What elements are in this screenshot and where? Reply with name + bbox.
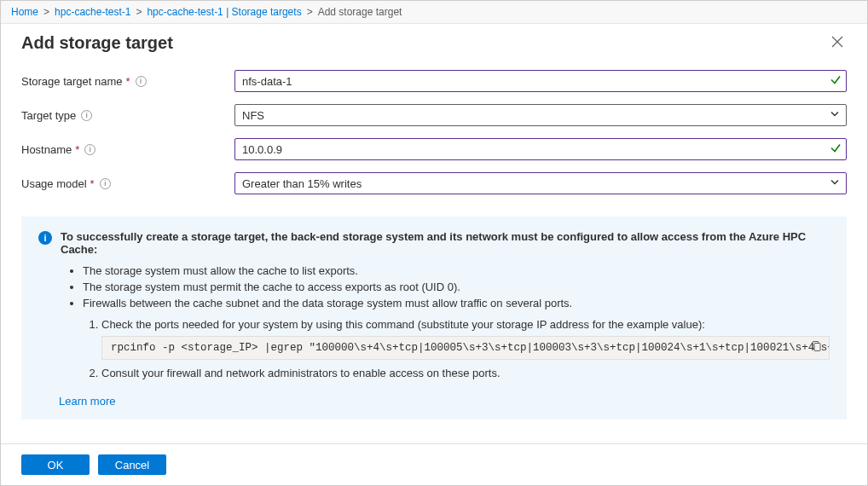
usage-model-value: Greater than 15% writes (242, 177, 362, 190)
close-icon[interactable] (828, 32, 847, 53)
info-icon[interactable]: i (84, 144, 95, 155)
target-type-value: NFS (242, 109, 264, 122)
breadcrumb-current: Add storage target (318, 6, 402, 18)
info-bullet: Firewalls between the cache subnet and t… (83, 297, 830, 310)
chevron-right-icon: > (136, 6, 142, 18)
info-title: To successfully create a storage target,… (61, 230, 830, 256)
code-text: rpcinfo -p <storage_IP> |egrep "100000\s… (111, 342, 830, 354)
label-usage-model: Usage model (21, 177, 87, 190)
info-icon[interactable]: i (136, 76, 147, 87)
code-block: rpcinfo -p <storage_IP> |egrep "100000\s… (101, 336, 830, 360)
breadcrumb-blade[interactable]: hpc-cache-test-1 | Storage targets (147, 6, 301, 18)
info-step: Consult your firewall and network admini… (101, 367, 830, 379)
storage-target-name-input[interactable] (234, 70, 847, 92)
learn-more-link[interactable]: Learn more (59, 395, 115, 408)
label-target-type: Target type (21, 109, 76, 122)
cancel-button[interactable]: Cancel (98, 454, 166, 475)
required-asterisk: * (90, 177, 95, 190)
info-panel: i To successfully create a storage targe… (21, 217, 847, 419)
breadcrumb-resource[interactable]: hpc-cache-test-1 (55, 6, 130, 18)
breadcrumb-home[interactable]: Home (11, 6, 38, 18)
info-icon[interactable]: i (100, 178, 111, 189)
info-bullet: The storage system must permit the cache… (83, 281, 830, 293)
usage-model-select[interactable]: Greater than 15% writes (234, 172, 847, 194)
svg-rect-1 (814, 344, 820, 351)
chevron-right-icon: > (307, 6, 313, 18)
ok-button[interactable]: OK (21, 454, 90, 475)
info-icon: i (38, 231, 52, 245)
label-hostname: Hostname (21, 143, 72, 156)
label-storage-target-name: Storage target name (21, 75, 123, 88)
hostname-input[interactable] (234, 138, 847, 160)
required-asterisk: * (75, 143, 79, 156)
target-type-select[interactable]: NFS (234, 104, 847, 126)
info-icon[interactable]: i (81, 110, 92, 121)
info-step: Check the ports needed for your system b… (101, 318, 830, 360)
chevron-right-icon: > (43, 6, 49, 18)
copy-icon[interactable] (810, 340, 822, 356)
page-title: Add storage target (21, 33, 828, 53)
breadcrumb: Home > hpc-cache-test-1 > hpc-cache-test… (1, 1, 867, 24)
info-step-text: Check the ports needed for your system b… (101, 318, 705, 331)
info-bullet: The storage system must allow the cache … (83, 264, 830, 277)
required-asterisk: * (126, 75, 130, 88)
